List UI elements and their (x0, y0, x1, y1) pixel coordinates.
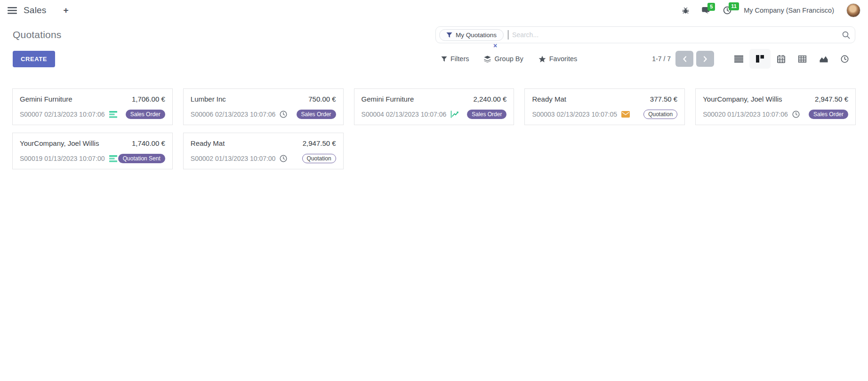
customer-name: Ready Mat (532, 95, 566, 103)
chevron-right-icon (703, 56, 707, 62)
group-by-label: Group By (494, 55, 523, 63)
clock-activity-icon[interactable] (280, 111, 287, 118)
filters-label: Filters (450, 55, 469, 63)
funnel-icon (441, 56, 447, 62)
user-avatar[interactable] (846, 3, 860, 17)
messages-icon[interactable]: 5 (702, 7, 711, 15)
pager-range: 1-7 / 7 (652, 55, 671, 63)
view-pivot-button[interactable] (792, 49, 813, 69)
pager-next-button[interactable] (696, 51, 714, 67)
layers-icon (484, 56, 491, 63)
create-button[interactable]: CREATE (13, 51, 55, 67)
view-graph-button[interactable] (813, 49, 834, 69)
activities-clock-icon[interactable]: 11 (723, 6, 731, 15)
clock-activity-icon[interactable] (792, 111, 800, 118)
card-amount: 1,706.00 € (132, 95, 165, 103)
view-kanban-button[interactable] (749, 49, 771, 69)
messages-count-badge: 5 (707, 3, 715, 11)
customer-name: Gemini Furniture (20, 95, 72, 103)
kanban-card[interactable]: Ready Mat 2,947.50 € S00002 01/13/2023 1… (183, 133, 344, 169)
graph-view-icon (820, 56, 828, 63)
status-badge: Quotation Sent (118, 154, 165, 163)
status-badge: Sales Order (297, 110, 336, 119)
view-calendar-button[interactable] (771, 49, 792, 69)
status-badge: Sales Order (809, 110, 848, 119)
kanban-card[interactable]: YourCompany, Joel Willis 1,740.00 € S000… (12, 133, 173, 169)
status-badge: Sales Order (126, 110, 165, 119)
list-activity-icon[interactable] (109, 155, 117, 162)
customer-name: Ready Mat (191, 139, 225, 147)
status-badge: Quotation (643, 110, 677, 119)
activity-view-icon (841, 55, 849, 63)
control-panel: Quotations My Quotations × CREATE (0, 21, 868, 69)
top-navbar: Sales + 5 11 My C (0, 0, 868, 21)
card-amount: 2,947.50 € (303, 139, 336, 147)
pivot-view-icon (798, 56, 806, 63)
menu-icon[interactable] (8, 7, 17, 14)
facet-close-icon[interactable]: × (493, 42, 497, 49)
favorites-label: Favorites (549, 55, 578, 63)
view-switcher (728, 49, 855, 69)
kanban-view-icon (756, 55, 764, 63)
card-reference: S00020 01/13/2023 10:07:06 (703, 111, 788, 118)
envelope-activity-icon[interactable] (621, 111, 630, 118)
status-badge: Quotation (302, 154, 336, 163)
card-reference: S00006 02/13/2023 10:07:06 (191, 111, 276, 118)
kanban-card[interactable]: YourCompany, Joel Willis 2,947.50 € S000… (695, 88, 856, 125)
calendar-view-icon (777, 55, 785, 63)
kanban-card[interactable]: Gemini Furniture 1,706.00 € S00007 02/13… (12, 88, 173, 125)
card-amount: 377.50 € (650, 95, 677, 103)
list-view-icon (734, 56, 743, 63)
status-badge: Sales Order (467, 110, 506, 119)
card-amount: 2,240.00 € (473, 95, 506, 103)
clock-activity-icon[interactable] (280, 155, 287, 162)
kanban-card[interactable]: Ready Mat 377.50 € S00003 02/13/2023 10:… (524, 88, 685, 125)
card-reference: S00004 02/13/2023 10:07:06 (362, 111, 447, 118)
card-reference: S00007 02/13/2023 10:07:06 (20, 111, 105, 118)
funnel-icon (446, 32, 452, 38)
card-amount: 750.00 € (308, 95, 336, 103)
customer-name: Gemini Furniture (362, 95, 414, 103)
page-title: Quotations (13, 29, 62, 40)
activities-count-badge: 11 (729, 2, 739, 10)
view-activity-button[interactable] (834, 49, 855, 69)
search-facet-label: My Quotations (456, 32, 497, 39)
customer-name: YourCompany, Joel Willis (703, 95, 782, 103)
pager-previous-button[interactable] (675, 51, 693, 67)
search-bar[interactable]: My Quotations × (435, 26, 855, 43)
kanban-grid: Gemini Furniture 1,706.00 € S00007 02/13… (0, 88, 868, 169)
plus-icon[interactable]: + (64, 5, 69, 16)
search-icon[interactable] (842, 31, 850, 39)
bug-icon[interactable] (682, 7, 690, 15)
search-input[interactable] (508, 31, 842, 39)
kanban-card[interactable]: Lumber Inc 750.00 € S00006 02/13/2023 10… (183, 88, 344, 125)
card-amount: 2,947.50 € (815, 95, 848, 103)
chart-activity-icon[interactable] (450, 111, 459, 118)
search-facet-my-quotations[interactable]: My Quotations (439, 29, 504, 41)
customer-name: Lumber Inc (191, 95, 226, 103)
card-amount: 1,740.00 € (132, 139, 165, 147)
list-activity-icon[interactable] (109, 111, 117, 118)
customer-name: YourCompany, Joel Willis (20, 139, 99, 147)
app-name[interactable]: Sales (24, 5, 47, 16)
card-reference: S00002 01/13/2023 10:07:00 (191, 155, 276, 162)
company-switcher[interactable]: My Company (San Francisco) (744, 7, 834, 14)
card-reference: S00003 02/13/2023 10:07:05 (532, 111, 617, 118)
kanban-card[interactable]: Gemini Furniture 2,240.00 € S00004 02/13… (354, 88, 514, 125)
chevron-left-icon (683, 56, 687, 62)
star-icon (538, 56, 546, 63)
filters-button[interactable]: Filters (441, 55, 469, 63)
view-list-button[interactable] (728, 49, 749, 69)
favorites-button[interactable]: Favorites (538, 55, 578, 63)
group-by-button[interactable]: Group By (484, 55, 523, 63)
card-reference: S00019 01/13/2023 10:07:00 (20, 155, 105, 162)
